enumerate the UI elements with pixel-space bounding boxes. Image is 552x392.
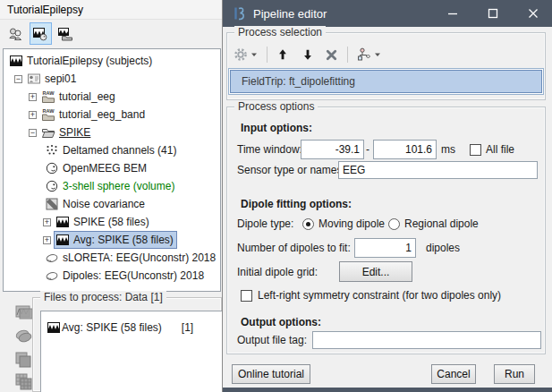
output-tag-label: Output file tag: bbox=[237, 331, 307, 349]
minimize-button[interactable] bbox=[439, 0, 466, 27]
headmodel-icon bbox=[45, 161, 59, 175]
cancel-button[interactable]: Cancel bbox=[431, 364, 476, 384]
pipeline-menu-button[interactable] bbox=[355, 46, 383, 64]
tree-item[interactable]: + SPIKE (58 files) bbox=[4, 213, 220, 231]
tree-item[interactable]: + RAW tutorial_eeg_band bbox=[4, 106, 220, 124]
output-tag-label-text: Output file tag: bbox=[237, 334, 307, 346]
move-down-icon bbox=[301, 48, 314, 61]
num-dipoles-input[interactable] bbox=[354, 238, 416, 258]
tree-item-label: tutorial_eeg_band bbox=[57, 108, 145, 121]
dialog-bottom-edge bbox=[223, 388, 552, 392]
tree-item[interactable]: Deltamed channels (41) bbox=[4, 141, 220, 159]
close-button[interactable] bbox=[520, 0, 547, 27]
tree-item-label: 3-shell sphere (volume) bbox=[61, 180, 174, 192]
headmodel-icon bbox=[45, 179, 59, 193]
remove-icon bbox=[325, 48, 338, 62]
remove-process-button[interactable] bbox=[323, 47, 340, 64]
subjects-view-icon bbox=[8, 27, 22, 41]
dipole-type-row: Dipole type: bbox=[237, 217, 293, 231]
maximize-button[interactable] bbox=[480, 0, 506, 27]
process-sources-icon[interactable] bbox=[14, 327, 34, 346]
tree-item-label: OpenMEEG BEM bbox=[61, 162, 147, 175]
functional-data-subjects-view-button[interactable] bbox=[30, 22, 52, 45]
regional-dipole-option: Regional dipole bbox=[388, 217, 479, 231]
all-file-label: All file bbox=[486, 143, 514, 156]
symmetry-label: Left-right symmetry constraint (for two … bbox=[258, 289, 501, 302]
symmetry-checkbox[interactable] bbox=[241, 290, 252, 302]
dropdown-caret-icon bbox=[251, 51, 258, 58]
run-button[interactable]: Run bbox=[494, 364, 535, 384]
tree-item[interactable]: Dipoles: EEG(Unconstr) 2018 bbox=[4, 267, 220, 285]
process-timefreq-icon[interactable] bbox=[14, 351, 34, 371]
functional-data-folders-view-button[interactable] bbox=[55, 22, 77, 45]
input-options-heading: Input options: bbox=[241, 122, 312, 134]
tree-item[interactable]: − SPIKE bbox=[4, 124, 220, 141]
all-file-checkbox[interactable] bbox=[470, 144, 481, 156]
tree-expander-icon[interactable]: − bbox=[29, 129, 37, 137]
process-data-icon[interactable] bbox=[14, 303, 34, 322]
online-tutorial-button[interactable]: Online tutorial bbox=[232, 364, 310, 384]
tree-item[interactable]: 3-shell sphere (volume) bbox=[4, 177, 220, 195]
tree-item-label: sLORETA: EEG(Unconstr) 2018 bbox=[61, 251, 216, 264]
moving-dipole-option: Moving dipole bbox=[302, 217, 385, 231]
edit-grid-button[interactable]: Edit... bbox=[339, 261, 412, 282]
files-to-process-list[interactable]: Avg: SPIKE (58 files) [1] bbox=[40, 311, 223, 392]
move-down-button[interactable] bbox=[300, 47, 316, 63]
tree-item[interactable]: + Avg: SPIKE (58 files) bbox=[4, 231, 220, 249]
process-matrix-icon[interactable] bbox=[14, 372, 34, 392]
brainstorm-logo-icon bbox=[232, 5, 248, 21]
tree-item[interactable]: Noise covariance bbox=[4, 195, 220, 213]
tree-item-label: SPIKE (58 files) bbox=[72, 216, 149, 228]
moving-dipole-radio[interactable] bbox=[302, 218, 314, 230]
subject-icon bbox=[27, 72, 41, 86]
tree-item[interactable]: OpenMEEG BEM bbox=[4, 159, 220, 177]
time-window-row: Time window: bbox=[237, 140, 302, 159]
database-tree[interactable]: TutorialEpilepsy (subjects) − sepi01 + R… bbox=[3, 48, 221, 292]
move-up-button[interactable] bbox=[275, 47, 291, 63]
dipole-grid-label-text: Initial dipole grid: bbox=[237, 266, 318, 278]
folder-open-icon bbox=[41, 125, 55, 140]
files-item-count: [1] bbox=[182, 321, 193, 334]
selected-process-item[interactable]: FieldTrip: ft_dipolefitting bbox=[230, 70, 542, 93]
noisecov-icon bbox=[45, 197, 59, 211]
output-tag-input[interactable] bbox=[312, 331, 541, 349]
screen: TutorialEpilepsy TutorialEpilepsy (subje… bbox=[0, 0, 552, 392]
num-dipoles-label: Number of dipoles to fit: bbox=[237, 238, 351, 258]
raw-folder-icon: RAW bbox=[41, 107, 55, 122]
database-window-titlebar[interactable]: TutorialEpilepsy bbox=[0, 0, 222, 20]
toolbar-separator bbox=[347, 47, 348, 63]
time-window-label: Time window: bbox=[237, 143, 302, 156]
raw-folder-icon: RAW bbox=[41, 89, 55, 104]
all-file-option: All file bbox=[470, 140, 514, 159]
time-stop-input[interactable] bbox=[373, 140, 437, 159]
tree-item[interactable]: − sepi01 bbox=[4, 70, 220, 88]
database-window: TutorialEpilepsy TutorialEpilepsy (subje… bbox=[0, 0, 222, 392]
process-options-menu-button[interactable] bbox=[232, 46, 259, 64]
tree-expander-icon[interactable]: + bbox=[43, 236, 51, 244]
tree-expander-icon[interactable]: + bbox=[43, 218, 51, 226]
tree-expander-icon[interactable]: − bbox=[14, 75, 22, 83]
regional-dipole-radio[interactable] bbox=[388, 218, 400, 230]
files-to-process-group: Files to process: Data [1] Avg: SPIKE (5… bbox=[32, 297, 222, 392]
tree-item[interactable]: sLORETA: EEG(Unconstr) 2018 bbox=[4, 249, 220, 267]
tree-item-label: Dipoles: EEG(Unconstr) 2018 bbox=[61, 269, 204, 282]
tree-item-label: sepi01 bbox=[43, 72, 76, 85]
output-options-heading: Output options: bbox=[241, 316, 321, 328]
tree-item[interactable]: + RAW tutorial_eeg bbox=[4, 88, 220, 106]
dialog-titlebar[interactable]: Pipeline editor bbox=[223, 0, 552, 27]
svg-text:RAW: RAW bbox=[43, 108, 55, 114]
tree-item[interactable]: TutorialEpilepsy (subjects) bbox=[4, 52, 220, 70]
channels-icon bbox=[45, 143, 59, 158]
subjects-view-button[interactable] bbox=[4, 22, 27, 45]
tree-expander-icon[interactable]: + bbox=[29, 93, 37, 101]
pipeline-menu-icon bbox=[357, 47, 371, 62]
time-start-input[interactable] bbox=[301, 140, 364, 159]
process-list[interactable]: FieldTrip: ft_dipolefitting bbox=[228, 68, 544, 95]
sensor-type-input[interactable] bbox=[338, 161, 538, 179]
pipeline-editor-dialog: Pipeline editor Process selection bbox=[222, 0, 552, 392]
tree-item-label: Deltamed channels (41) bbox=[61, 144, 176, 157]
time-units-label: ms bbox=[441, 140, 455, 159]
sensor-type-label: Sensor type or names: bbox=[237, 161, 345, 179]
tree-expander-icon[interactable]: + bbox=[29, 111, 37, 119]
files-list-item[interactable]: Avg: SPIKE (58 files) [1] bbox=[47, 320, 222, 334]
